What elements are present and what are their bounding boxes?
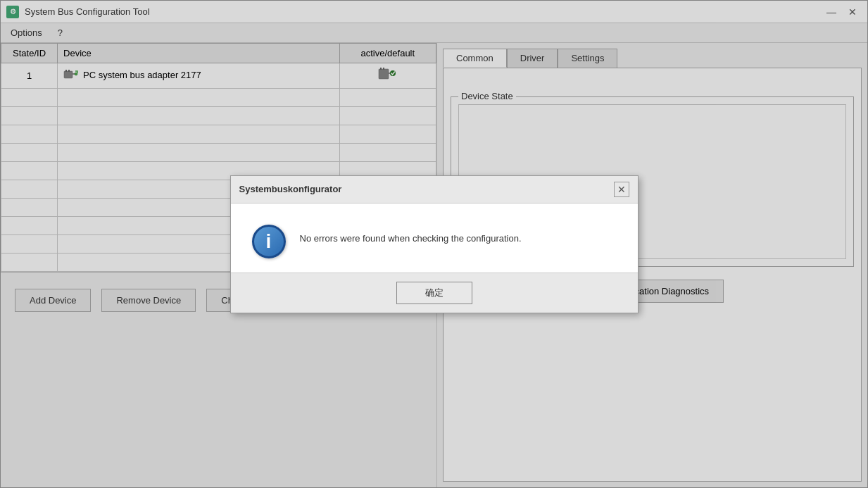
- dialog-ok-button[interactable]: 确定: [396, 282, 472, 304]
- info-icon: i: [252, 225, 286, 258]
- dialog-title-bar: Systembuskonfigurator ✕: [231, 176, 638, 204]
- dialog-body: i No errors were found when checking the…: [231, 204, 638, 273]
- dialog-title: Systembuskonfigurator: [239, 184, 342, 194]
- dialog-message: No errors were found when checking the c…: [300, 225, 522, 246]
- dialog-overlay: Systembuskonfigurator ✕ i No errors were…: [0, 0, 868, 488]
- dialog-footer: 确定: [231, 273, 638, 313]
- dialog-close-button[interactable]: ✕: [614, 182, 629, 197]
- dialog: Systembuskonfigurator ✕ i No errors were…: [230, 175, 639, 313]
